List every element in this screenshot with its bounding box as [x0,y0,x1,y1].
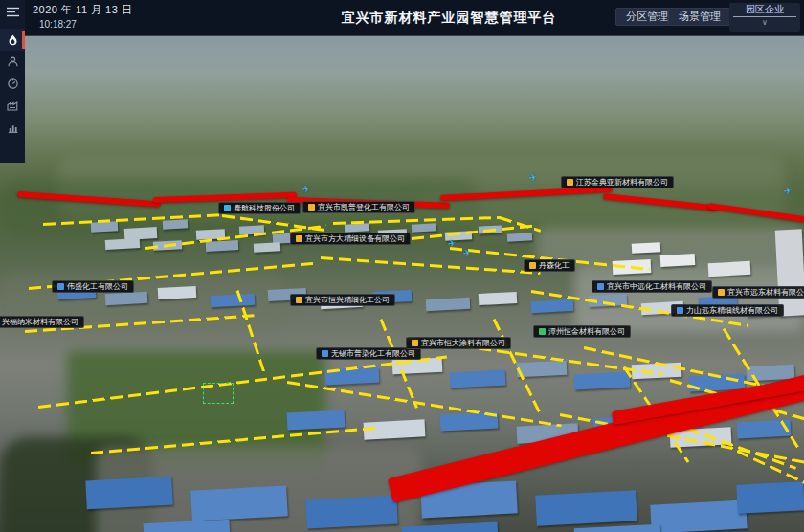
company-label[interactable]: 宜兴市远东材料有限公司 [712,286,804,299]
road-line [670,379,804,424]
terrain-patch [96,447,421,532]
app-window: 泰航科技股份公司宜兴市凯普登化工有限公司宜兴市方大精细设备有限公司江苏金典亚新材… [0,0,804,532]
company-label[interactable]: 兴福纳米材料有限公司 [0,316,84,328]
sidebar-item-monitor[interactable] [0,73,25,95]
building [105,292,148,305]
map-3d-view[interactable]: 泰航科技股份公司宜兴市凯普登化工有限公司宜兴市方大精细设备有限公司江苏金典亚新材… [0,35,804,532]
road-line [236,290,266,373]
company-label[interactable]: 宜兴市中远化工材料有限公司 [592,280,712,293]
heat-pipeline [388,363,804,502]
building [153,240,182,251]
gauge-icon [8,78,18,89]
sidebar-menu-toggle[interactable] [0,0,25,23]
road-line [584,346,800,395]
building [392,358,443,375]
company-label-text: 宜兴市方大精细设备有限公司 [305,233,405,245]
company-label-text: 宜兴市中远化工材料有限公司 [607,281,706,293]
road-line [38,356,447,409]
company-marker-icon [718,289,725,296]
dropdown-label: 园区企业 [729,3,800,16]
road-line [623,366,690,463]
building [632,242,660,254]
company-label-text: 泰航科技股份公司 [234,203,295,214]
company-label[interactable]: 宜兴市恒大涂料有限公司 [406,337,511,349]
building [593,415,652,434]
sidebar-item-enterprise[interactable] [0,95,25,117]
current-time: 10:18:27 [39,19,132,30]
company-label[interactable]: 无锡市普染化工有限公司 [316,347,421,360]
building [613,259,652,275]
company-label-text: 潭州恒金材料有限公司 [548,326,625,338]
road-line [222,214,326,232]
company-label[interactable]: 泰航科技股份公司 [218,202,301,214]
building [574,371,631,389]
vehicle-marker-icon: ✈ [783,185,793,197]
company-label[interactable]: 伟盛化工有限公司 [52,280,134,293]
company-label-text: 宜兴市凯普登化工有限公司 [318,202,410,213]
company-marker-icon [322,350,328,357]
terrain-patch [57,155,785,222]
company-label-text: 伟盛化工有限公司 [67,281,128,293]
building [689,373,746,391]
company-label-text: 力山远东精细线材有限公司 [686,305,778,317]
sidebar [0,0,25,163]
building [305,496,397,529]
company-label[interactable]: 潭州恒金材料有限公司 [533,325,631,338]
company-marker-icon [296,297,302,303]
building [507,233,532,241]
terrain-patch [0,437,153,532]
company-marker-icon [677,307,683,314]
chevron-down-icon: ∨ [729,17,800,29]
building [345,223,369,232]
company-marker-icon [412,340,418,346]
building [420,480,518,518]
company-label[interactable]: 宜兴市方大精细设备有限公司 [290,233,411,245]
building [650,499,747,532]
sidebar-item-fire-monitor[interactable] [0,29,25,51]
company-marker-icon [308,204,315,211]
person-icon [8,56,18,67]
building [211,294,256,307]
menu-icon [7,7,19,17]
road-line [500,216,542,233]
building [660,254,696,267]
company-label[interactable]: 丹森化工 [524,259,575,272]
company-label-text: 丹森化工 [539,260,570,272]
bar-chart-icon [8,122,18,133]
sidebar-item-personnel[interactable] [0,51,25,73]
building [254,242,280,252]
building [574,524,661,532]
company-label-text: 无锡市普染化工有限公司 [331,348,415,360]
building [708,261,751,277]
company-label[interactable]: 江苏金典亚新材料有限公司 [561,176,674,188]
building [747,365,795,382]
vehicle-marker-icon: ✈ [528,171,538,184]
top-bar: 2020 年 11 月 13 日 10:18:27 宜兴市新材料产业园智慧管理平… [0,0,804,35]
scene-management-button[interactable]: 场景管理 [668,8,731,26]
heat-pipeline [603,193,718,211]
building [196,229,225,240]
company-marker-icon [224,205,231,211]
company-label[interactable]: 力山远东精细线材有限公司 [671,304,784,317]
company-marker-icon [529,262,536,269]
sidebar-item-statistics[interactable] [0,117,25,139]
building [632,363,682,380]
page-title: 宜兴市新材料产业园智慧管理平台 [342,10,557,27]
company-label[interactable]: 宜兴市凯普登化工有限公司 [302,201,415,213]
company-label[interactable]: 宜兴市恒兴精细化工公司 [290,294,395,306]
selection-box [203,383,234,404]
building [287,410,346,430]
building [325,367,380,386]
building [144,520,231,532]
park-enterprises-dropdown[interactable]: 园区企业 ∨ [729,3,800,32]
company-label-text: 宜兴市远东材料有限公司 [727,287,804,299]
road-line [333,216,501,225]
road-line [91,427,377,454]
building [479,225,502,233]
road-line [560,413,804,469]
building [589,294,628,307]
building [206,240,238,252]
road-line [287,381,562,427]
company-marker-icon [567,179,573,186]
company-label-text: 江苏金典亚新材料有限公司 [576,177,668,188]
